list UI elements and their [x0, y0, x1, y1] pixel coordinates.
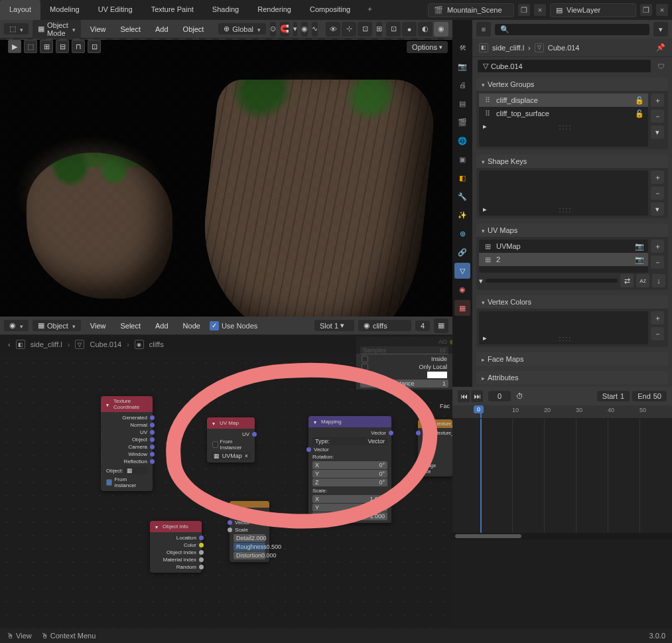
render-preview[interactable] — [0, 40, 452, 317]
props-options[interactable]: ▾ — [653, 22, 668, 36]
scale-z[interactable]: Z1.000 — [312, 512, 387, 520]
expand-arrow[interactable]: ▸ — [483, 122, 487, 131]
select-set[interactable]: ⬚ — [24, 40, 37, 53]
workspace-tab-layout[interactable]: Layout — [0, 0, 40, 20]
uv-rename-field[interactable] — [486, 279, 618, 283]
expand-arrow[interactable]: ▸ — [483, 334, 487, 342]
panel-vertex-groups-header[interactable]: Vertex Groups — [476, 78, 668, 91]
playhead[interactable]: 0 — [480, 405, 482, 418]
rotation-z[interactable]: Z0° — [312, 478, 387, 486]
workspace-tab-texture-paint[interactable]: Texture Paint — [142, 0, 203, 20]
tab-collection[interactable]: ▣ — [454, 151, 470, 167]
workspace-tab-shading[interactable]: Shading — [203, 0, 248, 20]
start-frame-field[interactable]: Start1 — [597, 391, 630, 401]
overlay-dropdown[interactable]: ⊡ — [358, 22, 372, 36]
editor-type-dropdown[interactable]: ⬚ — [4, 23, 29, 35]
shapekey-add-button[interactable]: ＋ — [651, 171, 664, 184]
vertex-group-item[interactable]: ⠿ cliff_top_surface 🔓 — [479, 107, 648, 120]
select-invert[interactable]: ⊡ — [88, 40, 101, 53]
scene-selector[interactable]: 🎬 Mountain_Scene — [428, 3, 514, 17]
shapekey-specials-button[interactable]: ▾ — [651, 202, 664, 216]
chevron-left-icon[interactable]: ‹ — [8, 340, 11, 348]
pin-button[interactable]: 📌 — [656, 43, 665, 52]
breadcrumb-object[interactable]: side_cliff.l — [492, 44, 524, 52]
from-instancer-checkbox[interactable] — [106, 479, 112, 486]
timeline-body[interactable] — [452, 419, 672, 533]
material-new-button[interactable]: ▦ — [434, 319, 448, 333]
tab-tool[interactable]: 🛠 — [454, 40, 470, 56]
viewport-options-dropdown[interactable]: Options▾ — [407, 41, 448, 53]
lock-icon[interactable]: 🔓 — [635, 109, 644, 118]
noise-roughness[interactable]: Roughness0.500 — [234, 543, 265, 551]
shading-matprev[interactable]: ◐ — [418, 22, 433, 36]
uvmap-remove-button[interactable]: － — [651, 255, 664, 269]
noise-detail[interactable]: Detail2.000 — [234, 534, 265, 542]
snap-dropdown[interactable]: ▾ — [293, 22, 297, 36]
node-noise-texture[interactable]: 3D Vector Scale Detail2.000 Roughness0.5… — [230, 501, 269, 562]
xray-toggle[interactable]: ⊞ — [376, 22, 382, 36]
shapekey-remove-button[interactable]: － — [651, 186, 664, 200]
bc-material[interactable]: cliffs — [149, 340, 164, 348]
select-extend[interactable]: ⊞ — [40, 40, 53, 53]
tab-physics[interactable]: ⊚ — [454, 226, 470, 242]
mapping-type-dropdown[interactable]: Type:Vector — [312, 437, 387, 445]
proportional-toggle[interactable]: ◉ — [301, 22, 308, 36]
expand-arrow[interactable]: ▾ — [479, 277, 483, 285]
orientation-dropdown[interactable]: ⊕Global — [218, 23, 266, 35]
scene-delete-button[interactable]: × — [534, 4, 546, 16]
inside-checkbox[interactable] — [362, 356, 368, 362]
rotation-y[interactable]: Y0° — [312, 470, 387, 478]
color-swatch[interactable] — [427, 372, 447, 378]
material-selector[interactable]: ◉cliffs — [358, 320, 411, 331]
timeline-scrollbar[interactable] — [452, 533, 672, 539]
ne-menu-view[interactable]: View — [85, 319, 111, 332]
node-texture-coordinate[interactable]: Texture Coordinate Generated Normal UV O… — [101, 396, 153, 491]
viewport-menu-view[interactable]: View — [85, 23, 111, 36]
vertex-colors-list[interactable]: ▸:::: — [479, 311, 648, 344]
tab-object[interactable]: ◧ — [454, 170, 470, 186]
tab-texture[interactable]: ▦ — [454, 300, 470, 316]
vgroup-specials-button[interactable]: ▾ — [651, 125, 664, 139]
tab-modifiers[interactable]: 🔧 — [454, 188, 470, 204]
uv-maps-list[interactable]: ⊞ UVMap 📷 ⊞ 2 📷 — [479, 240, 648, 273]
scale-x[interactable]: X1.000 — [312, 495, 387, 503]
timeline-ruler[interactable]: 0 10 20 30 40 50 0 — [452, 405, 672, 419]
tab-viewlayer[interactable]: ▤ — [454, 96, 470, 111]
workspace-tab-uv-editing[interactable]: UV Editing — [89, 0, 142, 20]
visibility-dropdown[interactable]: 👁 — [326, 22, 340, 36]
workspace-tab-rendering[interactable]: Rendering — [248, 0, 301, 20]
vcol-remove-button[interactable]: － — [651, 327, 664, 340]
material-users[interactable]: 4 — [415, 321, 430, 331]
current-frame-field[interactable]: 0 — [488, 391, 511, 401]
panel-attributes-header[interactable]: Attributes — [476, 371, 668, 384]
scene-new-button[interactable]: ❐ — [518, 4, 530, 16]
uv-swap-button[interactable]: ⇄ — [620, 274, 634, 287]
viewlayer-delete-button[interactable]: × — [656, 4, 668, 16]
material-slot-dropdown[interactable]: Slot 1▾ — [314, 320, 354, 331]
viewlayer-selector[interactable]: ▤ ViewLayer — [550, 3, 636, 17]
select-subtract[interactable]: ⊟ — [56, 40, 69, 53]
vgroup-add-button[interactable]: ＋ — [651, 94, 664, 107]
node-uv-map[interactable]: UV Map UV From Instancer ▦UVMap× — [207, 417, 255, 463]
shape-keys-list[interactable]: ▸:::: — [479, 171, 648, 216]
node-mapping[interactable]: Mapping Vector Type:Vector Vector Rotati… — [308, 416, 391, 523]
select-tool-tweak[interactable]: ▶ — [8, 40, 21, 53]
jump-start-button[interactable]: ⏮ — [458, 390, 470, 402]
object-name-field[interactable]: ▽ Cube.014 — [478, 60, 651, 72]
auto-key-button[interactable]: ⏱ — [516, 392, 523, 400]
uvmap-selector[interactable]: ▦UVMap× — [211, 452, 251, 460]
uv-sort-button[interactable]: AZ — [636, 274, 649, 287]
noise-dim-dropdown[interactable]: 3D — [234, 510, 265, 518]
fake-user-toggle[interactable]: 🛡 — [655, 60, 667, 72]
panel-face-maps-header[interactable]: Face Maps — [476, 352, 668, 366]
from-instancer-checkbox[interactable] — [212, 441, 218, 448]
uvmap-add-button[interactable]: ＋ — [651, 240, 664, 253]
shading-rendered[interactable]: ◉ — [434, 22, 448, 36]
panel-shape-keys-header[interactable]: Shape Keys — [476, 155, 668, 168]
shader-node-editor[interactable]: ◉ ▦Object View Select Add Node ✓ Use Nod… — [0, 317, 452, 628]
tab-output[interactable]: 🖨 — [454, 77, 470, 93]
active-render-icon[interactable]: 📷 — [635, 255, 644, 264]
tab-material[interactable]: ◉ — [454, 281, 470, 297]
lock-icon[interactable]: 🔓 — [635, 96, 644, 105]
rotation-x[interactable]: X0° — [312, 461, 387, 469]
